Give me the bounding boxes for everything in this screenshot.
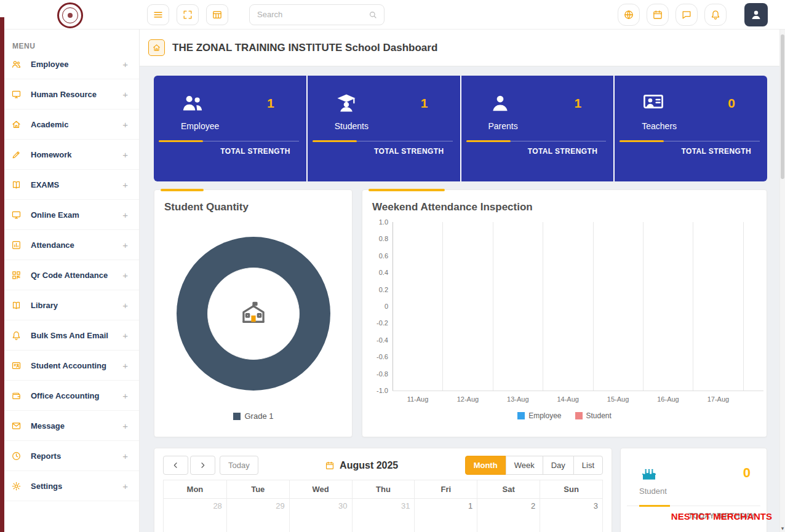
- book-icon: [11, 300, 26, 311]
- sidebar-item-student-accounting[interactable]: Student Accounting+: [0, 351, 139, 381]
- cake-icon: [639, 463, 659, 483]
- sidebar-item-exams[interactable]: EXAMS+: [0, 170, 139, 200]
- calendar-view-list-button[interactable]: List: [573, 456, 603, 475]
- sidebar-item-employee[interactable]: Employee+: [0, 49, 139, 79]
- sidebar-item-reports[interactable]: Reports+: [0, 441, 139, 471]
- search-icon[interactable]: [368, 10, 378, 20]
- attendance-chart-card: Weekend Attendance Inspection EmployeeSt…: [362, 189, 767, 437]
- calendar-day-1[interactable]: 1: [414, 498, 477, 532]
- expand-plus-icon[interactable]: +: [122, 330, 128, 341]
- cake-icon: [639, 463, 659, 483]
- calendar-next-button[interactable]: [190, 456, 215, 475]
- legend-item-student[interactable]: Student: [575, 411, 612, 420]
- employees-stat-icon: [181, 92, 204, 115]
- monitor-icon: [11, 210, 26, 220]
- expand-plus-icon[interactable]: +: [122, 451, 128, 461]
- day-number: 28: [213, 501, 221, 510]
- stat-value: 1: [575, 96, 582, 111]
- sidebar-item-academic[interactable]: Academic+: [0, 109, 139, 140]
- stat-divider: [159, 141, 299, 141]
- expand-plus-icon[interactable]: +: [122, 180, 128, 190]
- sidebar-item-settings[interactable]: Settings+: [0, 471, 139, 501]
- sidebar-item-label: Bulk Sms And Email: [31, 331, 122, 340]
- sidebar-item-office-accounting[interactable]: Office Accounting+: [0, 381, 139, 411]
- stats-band: 1EmployeeTOTAL STRENGTH1StudentsTOTAL ST…: [154, 76, 767, 181]
- calendar-prev-button[interactable]: [163, 456, 188, 475]
- stat-card-parents: 1ParentsTOTAL STRENGTH: [460, 76, 614, 181]
- student-quantity-donut-chart[interactable]: [177, 237, 330, 391]
- gridline: [593, 222, 594, 391]
- gear-icon: [11, 481, 22, 491]
- sidebar-item-online-exam[interactable]: Online Exam+: [0, 200, 139, 230]
- search-box[interactable]: [249, 4, 385, 25]
- expand-plus-icon[interactable]: +: [122, 240, 128, 250]
- sidebar-item-label: Academic: [31, 120, 122, 129]
- y-tick-label: -1.0: [362, 387, 388, 394]
- messages-button[interactable]: [675, 4, 698, 26]
- expand-plus-icon[interactable]: +: [122, 391, 128, 401]
- sidebar-item-qr-code-attendance[interactable]: Qr Code Attendance+: [0, 260, 139, 290]
- table-shortcut-button[interactable]: [206, 4, 228, 25]
- y-tick-label: -0.4: [362, 336, 388, 344]
- sidebar-item-label: Reports: [31, 451, 122, 461]
- sidebar-item-library[interactable]: Library+: [0, 290, 139, 320]
- expand-plus-icon[interactable]: +: [122, 481, 128, 491]
- expand-plus-icon[interactable]: +: [122, 59, 128, 69]
- calendar-day-29[interactable]: 29: [226, 498, 289, 532]
- calendar-day-3[interactable]: 3: [540, 498, 602, 532]
- legend-label: Grade 1: [245, 411, 274, 421]
- expand-plus-icon[interactable]: +: [122, 270, 128, 280]
- notifications-button[interactable]: [704, 4, 727, 26]
- expand-plus-icon[interactable]: +: [122, 421, 128, 431]
- monitor-icon: [11, 210, 22, 220]
- stat-card-teachers: 0TeachersTOTAL STRENGTH: [613, 76, 767, 181]
- calendar-view-day-button[interactable]: Day: [543, 456, 574, 475]
- monitor-icon: [11, 89, 26, 100]
- sidebar-toggle-button[interactable]: [147, 4, 169, 25]
- calendar-day-30[interactable]: 30: [289, 498, 352, 532]
- fullscreen-button[interactable]: [177, 4, 199, 25]
- stat-divider: [620, 141, 760, 141]
- expand-plus-icon[interactable]: +: [122, 149, 128, 160]
- calendar-day-2[interactable]: 2: [477, 498, 540, 532]
- language-globe-button[interactable]: [618, 4, 640, 26]
- search-input[interactable]: [256, 9, 368, 20]
- user-avatar[interactable]: [744, 3, 768, 26]
- school-logo[interactable]: [57, 2, 83, 28]
- sidebar-item-attendance[interactable]: Attendance+: [0, 230, 139, 260]
- vendor-watermark: NESTICT MERCHANTS: [671, 511, 772, 522]
- legend-swatch: [575, 412, 583, 419]
- expand-plus-icon[interactable]: +: [122, 119, 128, 130]
- calendar-shortcut-button[interactable]: [647, 4, 669, 26]
- scroll-down-arrow[interactable]: ▾: [780, 525, 785, 531]
- calendar-view-month-button[interactable]: Month: [465, 456, 506, 475]
- calendar-month-label: August 2025: [340, 460, 398, 471]
- legend-item-employee[interactable]: Employee: [517, 411, 561, 420]
- sidebar-item-homework[interactable]: Homework+: [0, 140, 139, 170]
- attendance-chart[interactable]: EmployeeStudent 1.00.80.60.40.20-0.2-0.4…: [362, 190, 767, 437]
- calendar-nav: Today: [163, 456, 258, 475]
- day-number: 29: [276, 501, 284, 510]
- calendar-view-week-button[interactable]: Week: [506, 456, 543, 475]
- stat-sublabel: TOTAL STRENGTH: [313, 141, 453, 156]
- expand-plus-icon[interactable]: +: [122, 300, 128, 311]
- calendar-today-button[interactable]: Today: [220, 456, 258, 475]
- gridline: [442, 222, 443, 391]
- calendar-day-31[interactable]: 31: [352, 498, 415, 532]
- expand-plus-icon[interactable]: +: [122, 360, 128, 371]
- scrollbar[interactable]: ▾: [779, 30, 785, 532]
- scrollbar-thumb[interactable]: [781, 34, 784, 179]
- pencil-icon: [11, 149, 22, 160]
- expand-plus-icon[interactable]: +: [122, 210, 128, 220]
- home-button[interactable]: [148, 39, 165, 56]
- sidebar-item-human-resource[interactable]: Human Resource+: [0, 79, 139, 109]
- expand-plus-icon[interactable]: +: [122, 89, 128, 100]
- sidebar-item-message[interactable]: Message+: [0, 411, 139, 441]
- topbar-right: [618, 3, 768, 26]
- calendar-toolbar: Today August 2025 MonthWeekDayList: [154, 448, 612, 475]
- birthday-top: 0: [621, 448, 767, 483]
- y-tick-label: 0.6: [362, 252, 388, 260]
- bell-icon: [710, 9, 721, 20]
- calendar-day-28[interactable]: 28: [164, 498, 226, 532]
- sidebar-item-bulk-sms-and-email[interactable]: Bulk Sms And Email+: [0, 320, 139, 351]
